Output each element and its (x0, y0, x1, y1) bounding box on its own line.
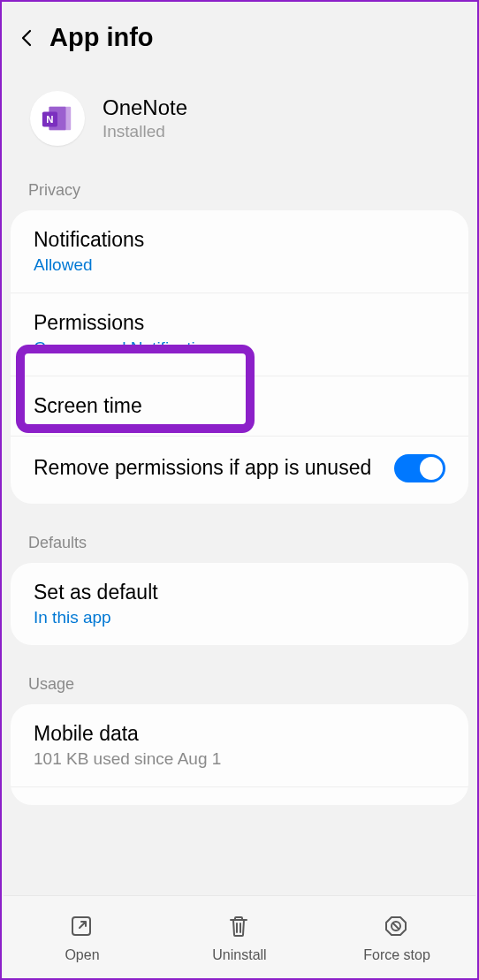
screen-time-title: Screen time (34, 394, 445, 418)
remove-permissions-title: Remove permissions if app is unused (34, 454, 376, 482)
svg-text:N: N (46, 114, 53, 125)
page-title: App info (49, 23, 154, 52)
app-name: OneNote (103, 95, 187, 120)
open-label: Open (65, 947, 99, 963)
privacy-card: Notifications Allowed Permissions Camera… (11, 210, 468, 504)
mobile-data-sub: 101 KB used since Aug 1 (34, 749, 445, 769)
permissions-title: Permissions (34, 311, 445, 335)
permissions-item[interactable]: Permissions Camera and Notifications (11, 293, 468, 376)
cutoff-item (11, 787, 468, 805)
defaults-card: Set as default In this app (11, 563, 468, 645)
uninstall-label: Uninstall (212, 947, 266, 963)
open-icon (69, 914, 95, 940)
toggle-knob (420, 457, 443, 480)
section-label-usage: Usage (2, 666, 477, 704)
onenote-app-icon: N (30, 91, 85, 146)
mobile-data-title: Mobile data (34, 722, 445, 746)
uninstall-button[interactable]: Uninstall (161, 914, 318, 963)
set-as-default-title: Set as default (34, 581, 445, 604)
screen-time-item[interactable]: Screen time (11, 376, 468, 437)
stop-icon (384, 914, 410, 940)
permissions-summary: Camera and Notifications (34, 338, 445, 358)
open-button[interactable]: Open (4, 914, 161, 963)
force-stop-label: Force stop (363, 947, 430, 963)
usage-card: Mobile data 101 KB used since Aug 1 (11, 704, 468, 805)
notifications-status: Allowed (34, 255, 445, 275)
section-label-privacy: Privacy (2, 172, 477, 210)
notifications-title: Notifications (34, 228, 445, 252)
set-as-default-sub: In this app (34, 608, 445, 627)
header: App info (2, 2, 477, 79)
trash-icon (226, 914, 253, 940)
mobile-data-item[interactable]: Mobile data 101 KB used since Aug 1 (11, 704, 468, 787)
back-icon[interactable] (19, 27, 34, 49)
remove-permissions-toggle[interactable] (394, 454, 445, 482)
set-as-default-item[interactable]: Set as default In this app (11, 563, 468, 645)
force-stop-button[interactable]: Force stop (318, 914, 475, 963)
remove-permissions-item[interactable]: Remove permissions if app is unused (11, 437, 468, 504)
section-label-defaults: Defaults (2, 525, 477, 563)
app-header: N OneNote Installed (2, 79, 477, 172)
app-install-status: Installed (103, 122, 187, 141)
notifications-item[interactable]: Notifications Allowed (11, 210, 468, 293)
bottom-bar: Open Uninstall Force stop (4, 895, 475, 978)
